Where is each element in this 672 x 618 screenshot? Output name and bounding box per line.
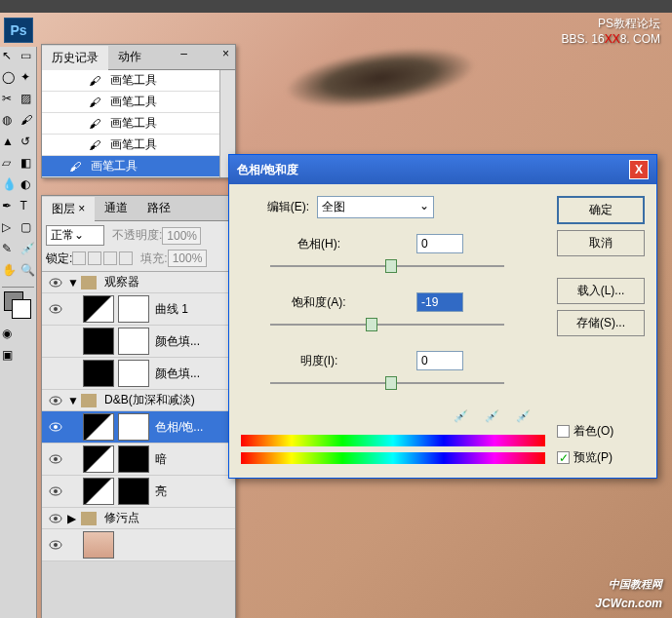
hand-tool-icon[interactable]: ✋ [2, 263, 19, 281]
move-tool-icon[interactable]: ↖ [2, 49, 19, 66]
load-button[interactable]: 载入(L)... [557, 278, 645, 304]
gradient-tool-icon[interactable]: ◧ [20, 156, 37, 174]
dodge-tool-icon[interactable]: ◐ [20, 177, 37, 195]
eyedropper-minus-icon[interactable]: 💉 [516, 409, 535, 429]
lock-all-icon[interactable] [119, 251, 133, 265]
disclosure-icon[interactable]: ▼ [67, 394, 77, 407]
slice-tool-icon[interactable]: ▨ [20, 92, 37, 109]
blend-mode-select[interactable]: 正常⌄ [46, 225, 104, 246]
tab-layers[interactable]: 图层 × [42, 197, 95, 221]
layer-item[interactable]: 亮 [42, 476, 235, 508]
layer-mask[interactable] [118, 478, 149, 505]
marquee-tool-icon[interactable]: ▭ [20, 49, 37, 66]
tab-paths[interactable]: 路径 [138, 196, 180, 220]
layer-thumb[interactable] [83, 445, 114, 473]
eyedropper-icon[interactable]: 💉 [454, 409, 473, 429]
blur-tool-icon[interactable]: 💧 [2, 177, 19, 195]
eyedropper-tool-icon[interactable]: 💉 [20, 242, 37, 259]
history-item[interactable]: 🖌画笔工具 [42, 70, 219, 92]
tab-channels[interactable]: 通道 [95, 196, 138, 220]
visibility-icon[interactable] [49, 454, 62, 464]
visibility-icon[interactable] [49, 396, 62, 406]
ok-button[interactable]: 确定 [557, 196, 645, 224]
quickmask-icon[interactable]: ◉ [2, 327, 20, 344]
heal-tool-icon[interactable]: ◍ [2, 113, 19, 131]
layer-item[interactable] [42, 529, 235, 561]
edit-select[interactable]: 全图 ⌄ [317, 196, 434, 218]
layer-mask[interactable] [118, 328, 149, 355]
zoom-tool-icon[interactable]: 🔍 [20, 263, 37, 281]
saturation-slider[interactable] [270, 316, 504, 335]
layer-mask[interactable] [118, 360, 149, 387]
visibility-icon[interactable] [49, 514, 62, 523]
panel-minimize-icon[interactable]: – [175, 45, 193, 69]
layer-mask[interactable] [118, 295, 149, 323]
colorize-checkbox-row[interactable]: 着色(O) [557, 423, 645, 440]
layer-thumb[interactable] [83, 413, 114, 441]
dialog-titlebar[interactable]: 色相/饱和度 X [229, 155, 656, 184]
colorize-checkbox[interactable] [557, 425, 570, 438]
visibility-icon[interactable] [49, 304, 62, 314]
color-swatches[interactable] [4, 291, 33, 321]
disclosure-icon[interactable]: ▼ [67, 276, 77, 290]
layer-group-header[interactable]: ▼ D&B(加深和减淡) [42, 390, 235, 411]
screenmode-icon[interactable]: ▣ [2, 348, 20, 366]
lightness-slider[interactable] [270, 374, 504, 394]
layer-item[interactable]: 暗 [42, 444, 235, 476]
save-button[interactable]: 存储(S)... [557, 310, 645, 336]
saturation-input[interactable]: -19 [416, 292, 463, 312]
layer-thumb[interactable] [83, 478, 114, 505]
preview-checkbox-row[interactable]: ✓ 预览(P) [557, 449, 645, 466]
layer-item[interactable]: 曲线 1 [42, 293, 235, 326]
close-button[interactable]: X [629, 160, 649, 179]
lightness-input[interactable] [416, 351, 463, 370]
history-item[interactable]: 🖌画笔工具 [42, 92, 219, 113]
visibility-icon[interactable] [49, 486, 62, 496]
path-tool-icon[interactable]: ▷ [2, 220, 19, 238]
notes-tool-icon[interactable]: ✎ [2, 242, 19, 259]
slider-thumb-icon[interactable] [385, 259, 397, 273]
crop-tool-icon[interactable]: ✂ [2, 92, 19, 109]
history-brush-icon[interactable]: ↺ [20, 135, 37, 152]
fill-value[interactable]: 100% [168, 250, 207, 267]
history-item[interactable]: 🖌画笔工具 [42, 156, 219, 177]
eyedropper-plus-icon[interactable]: 💉 [485, 409, 504, 429]
layer-item[interactable]: 颜色填... [42, 326, 235, 358]
layer-item[interactable]: 颜色填... [42, 358, 235, 390]
visibility-icon[interactable] [49, 422, 62, 432]
shape-tool-icon[interactable]: ▢ [20, 220, 37, 238]
lock-transparency-icon[interactable] [72, 251, 86, 265]
visibility-icon[interactable] [49, 540, 62, 550]
opacity-value[interactable]: 100% [162, 227, 201, 245]
cancel-button[interactable]: 取消 [557, 230, 645, 256]
layer-mask[interactable] [118, 413, 149, 441]
tab-history[interactable]: 历史记录 [42, 46, 108, 70]
eraser-tool-icon[interactable]: ▱ [2, 156, 19, 174]
slider-thumb-icon[interactable] [385, 376, 397, 390]
visibility-icon[interactable] [49, 278, 62, 288]
pen-tool-icon[interactable]: ✒ [2, 199, 19, 216]
hue-slider[interactable] [270, 257, 504, 277]
layer-item[interactable]: 色相/饱... [42, 411, 235, 444]
wand-tool-icon[interactable]: ✦ [20, 70, 37, 88]
panel-close-icon[interactable]: × [217, 45, 235, 69]
history-item[interactable]: 🖌画笔工具 [42, 135, 219, 156]
layer-thumb[interactable] [83, 531, 114, 559]
hue-input[interactable] [416, 234, 463, 253]
disclosure-icon[interactable]: ▶ [67, 512, 77, 525]
layer-thumb[interactable] [83, 295, 114, 323]
slider-thumb-icon[interactable] [366, 318, 377, 331]
tab-actions[interactable]: 动作 [108, 45, 151, 69]
layer-thumb[interactable] [83, 360, 114, 387]
lock-position-icon[interactable] [103, 251, 117, 265]
history-item[interactable]: 🖌画笔工具 [42, 113, 219, 135]
layer-thumb[interactable] [83, 328, 114, 355]
preview-checkbox[interactable]: ✓ [557, 451, 570, 464]
brush-tool-icon[interactable]: 🖌 [20, 113, 37, 131]
type-tool-icon[interactable]: T [20, 199, 37, 216]
layer-group-header[interactable]: ▶ 修污点 [42, 508, 235, 529]
layer-mask[interactable] [118, 445, 149, 473]
stamp-tool-icon[interactable]: ▲ [2, 135, 19, 152]
lock-pixels-icon[interactable] [88, 251, 101, 265]
layer-group-header[interactable]: ▼ 观察器 [42, 272, 235, 293]
